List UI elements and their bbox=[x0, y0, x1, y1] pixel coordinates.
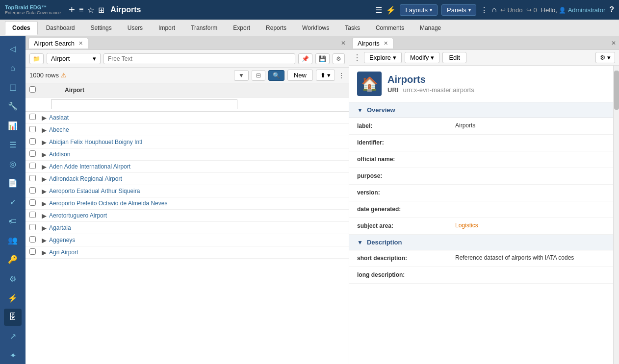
sidebar-item-wrench[interactable]: 🔧 bbox=[4, 97, 22, 115]
airport-link-11[interactable]: Agri Airport bbox=[49, 249, 345, 256]
right-more-button[interactable]: ⋮ bbox=[353, 53, 361, 62]
expand-0[interactable]: ▶ bbox=[39, 114, 49, 121]
tab-dashboard[interactable]: Dashboard bbox=[39, 21, 82, 35]
airport-link-7[interactable]: Aeroporto Prefeito Octavio de Almeida Ne… bbox=[49, 200, 345, 207]
add-button[interactable]: + bbox=[69, 3, 75, 16]
sidebar-item-nav[interactable]: ◁ bbox=[4, 40, 22, 57]
tab-manage[interactable]: Manage bbox=[413, 21, 448, 35]
row-checkbox-5[interactable] bbox=[29, 175, 36, 181]
explore-button[interactable]: Explore ▾ bbox=[364, 52, 402, 63]
menu-button[interactable]: ≡ bbox=[79, 5, 83, 14]
airport-link-9[interactable]: Agartala bbox=[49, 224, 345, 231]
expand-1[interactable]: ▶ bbox=[39, 126, 49, 134]
tab-tasks[interactable]: Tasks bbox=[337, 21, 367, 35]
sidebar-item-chart[interactable]: 📊 bbox=[4, 117, 22, 134]
more-button[interactable]: ⋮ bbox=[338, 72, 345, 79]
expand-6[interactable]: ▶ bbox=[39, 188, 49, 195]
airport-link-8[interactable]: Aerotortuguero Airport bbox=[49, 212, 345, 219]
expand-3[interactable]: ▶ bbox=[39, 151, 49, 158]
right-scrollbar-thumb[interactable] bbox=[614, 71, 619, 110]
sidebar-item-search[interactable]: ◎ bbox=[4, 155, 22, 172]
tab-codes[interactable]: Codes bbox=[5, 21, 38, 35]
tab-export[interactable]: Export bbox=[226, 21, 258, 35]
airport-search-close[interactable]: ✕ bbox=[78, 40, 83, 47]
row-checkbox-10[interactable] bbox=[29, 236, 36, 243]
save-search-button[interactable]: 💾 bbox=[315, 53, 330, 64]
left-panel-close[interactable]: ✕ bbox=[341, 40, 346, 47]
sidebar-item-layers[interactable]: ◫ bbox=[4, 78, 22, 96]
edit-button[interactable]: Edit bbox=[442, 52, 466, 63]
filter-button[interactable]: ▼ bbox=[234, 70, 249, 81]
help-button[interactable]: ? bbox=[609, 5, 614, 14]
tab-transform[interactable]: Transform bbox=[183, 21, 225, 35]
sidebar-item-settings2[interactable]: ✦ bbox=[4, 347, 22, 364]
select-all-checkbox[interactable] bbox=[29, 86, 36, 93]
new-button[interactable]: New bbox=[287, 70, 313, 81]
row-checkbox-11[interactable] bbox=[29, 248, 36, 255]
search-settings-button[interactable]: ⚙ bbox=[333, 53, 345, 64]
panels-button[interactable]: Panels ▾ bbox=[441, 4, 476, 16]
airport-search-tab[interactable]: Airport Search ✕ bbox=[28, 38, 88, 49]
sidebar-item-tag[interactable]: 🏷 bbox=[4, 213, 22, 230]
expand-10[interactable]: ▶ bbox=[39, 237, 49, 244]
right-panel-close-x[interactable]: ✕ bbox=[611, 40, 616, 47]
grid-button[interactable]: ⊞ bbox=[98, 5, 104, 15]
row-checkbox-0[interactable] bbox=[29, 114, 36, 120]
sidebar-item-home[interactable]: ⌂ bbox=[4, 59, 22, 76]
expand-2[interactable]: ▶ bbox=[39, 139, 49, 146]
sidebar-item-list[interactable]: ☰ bbox=[4, 136, 22, 153]
home-button[interactable]: ⌂ bbox=[492, 5, 497, 14]
airport-link-0[interactable]: Aasiaat bbox=[49, 114, 345, 121]
row-checkbox-9[interactable] bbox=[29, 224, 36, 230]
export-button[interactable]: ⬆ ▾ bbox=[316, 70, 335, 81]
tab-users[interactable]: Users bbox=[120, 21, 150, 35]
tab-workflows[interactable]: Workflows bbox=[295, 21, 336, 35]
airport-link-5[interactable]: Adirondack Regional Airport bbox=[49, 175, 345, 182]
airport-link-6[interactable]: Aeroporto Estadual Arthur Siqueira bbox=[49, 188, 345, 194]
sidebar-item-doc[interactable]: 📄 bbox=[4, 174, 22, 192]
right-settings-button[interactable]: ⚙ ▾ bbox=[595, 52, 615, 63]
expand-9[interactable]: ▶ bbox=[39, 224, 49, 232]
row-checkbox-4[interactable] bbox=[29, 163, 36, 169]
expand-5[interactable]: ▶ bbox=[39, 175, 49, 183]
row-checkbox-3[interactable] bbox=[29, 150, 36, 157]
sidebar-item-key[interactable]: 🔑 bbox=[4, 251, 22, 268]
airport-link-10[interactable]: Aggeneys bbox=[49, 237, 345, 243]
row-checkbox-1[interactable] bbox=[29, 126, 36, 132]
expand-4[interactable]: ▶ bbox=[39, 163, 49, 170]
search-text-input[interactable] bbox=[103, 53, 295, 64]
more-options-button[interactable]: ⋮ bbox=[480, 5, 488, 15]
header-checkbox[interactable] bbox=[29, 86, 41, 94]
row-checkbox-7[interactable] bbox=[29, 199, 36, 206]
row-checkbox-8[interactable] bbox=[29, 212, 36, 218]
sidebar-item-database[interactable]: 🗄 bbox=[4, 309, 22, 326]
expand-8[interactable]: ▶ bbox=[39, 212, 49, 219]
row-checkbox-2[interactable] bbox=[29, 138, 36, 145]
folder-button[interactable]: 📁 bbox=[29, 53, 44, 64]
sidebar-item-check[interactable]: ✓ bbox=[4, 194, 22, 211]
sidebar-item-people[interactable]: 👥 bbox=[4, 232, 22, 249]
filter-input[interactable] bbox=[51, 99, 237, 109]
search-toggle-button[interactable]: 🔍 bbox=[268, 70, 284, 81]
tab-settings[interactable]: Settings bbox=[83, 21, 119, 35]
layouts-button[interactable]: Layouts ▾ bbox=[400, 4, 438, 16]
tab-reports[interactable]: Reports bbox=[258, 21, 294, 35]
airport-link-3[interactable]: Addison bbox=[49, 151, 345, 158]
columns-button[interactable]: ⊟ bbox=[252, 70, 265, 81]
expand-11[interactable]: ▶ bbox=[39, 249, 49, 256]
airports-tab[interactable]: Airports ✕ bbox=[352, 38, 393, 49]
sidebar-item-gear[interactable]: ⚙ bbox=[4, 270, 22, 288]
sidebar-item-hierarchy[interactable]: ⚡ bbox=[4, 290, 22, 307]
list-view-button[interactable]: ☰ bbox=[375, 5, 382, 15]
sidebar-item-share[interactable]: ↗ bbox=[4, 328, 22, 345]
expand-7[interactable]: ▶ bbox=[39, 200, 49, 207]
pin-button[interactable]: 📌 bbox=[298, 53, 312, 64]
description-section-header[interactable]: ▼ Description bbox=[349, 235, 613, 250]
favorites-button[interactable]: ☆ bbox=[87, 5, 94, 15]
tab-import[interactable]: Import bbox=[151, 21, 182, 35]
tab-comments[interactable]: Comments bbox=[368, 21, 412, 35]
overview-section-header[interactable]: ▼ Overview bbox=[349, 102, 613, 118]
airport-link-1[interactable]: Abeche bbox=[49, 126, 345, 133]
right-scrollbar[interactable] bbox=[613, 66, 619, 364]
user-link[interactable]: Administrator bbox=[568, 6, 606, 14]
